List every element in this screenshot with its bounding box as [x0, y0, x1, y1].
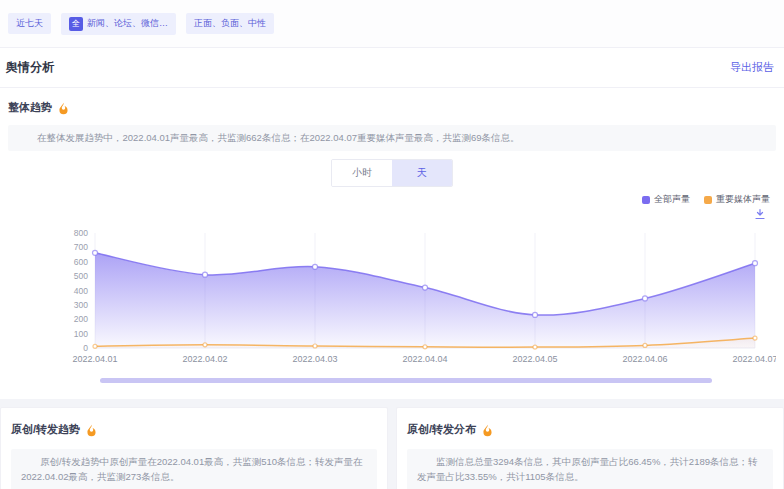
svg-text:2022.04.01: 2022.04.01: [72, 354, 117, 364]
legend-dot-total: [642, 196, 650, 204]
original-repost-trend-summary: 原创/转发趋势中原创声量在2022.04.01最高，共监测510条信息；转发声量…: [11, 449, 377, 489]
original-repost-trend-card: 原创/转发趋势 原创/转发趋势中原创声量在2022.04.01最高，共监测510…: [0, 407, 388, 489]
filter-chip-sentiment[interactable]: 正面、负面、中性: [186, 13, 274, 34]
trend-area-chart[interactable]: 01002003004005006007008002022.04.012022.…: [8, 220, 776, 370]
filter-time-label: 近七天: [16, 17, 43, 30]
hot-flame-icon: [481, 423, 494, 436]
original-repost-dist-summary: 监测信息总量3294条信息，其中原创声量占比66.45%，共计2189条信息；转…: [407, 449, 773, 489]
overall-summary: 在整体发展趋势中，2022.04.01声量最高，共监测662条信息；在2022.…: [8, 125, 776, 151]
svg-text:700: 700: [74, 243, 88, 253]
filter-chip-time[interactable]: 近七天: [8, 13, 51, 34]
svg-text:100: 100: [74, 329, 88, 339]
svg-text:800: 800: [74, 228, 88, 238]
toggle-day-button[interactable]: 天: [392, 160, 452, 186]
svg-text:200: 200: [74, 315, 88, 325]
original-repost-dist-title: 原创/转发分布: [407, 422, 476, 437]
svg-text:2022.04.06: 2022.04.06: [622, 354, 667, 364]
legend-label-total: 全部声量: [654, 193, 690, 206]
export-report-button[interactable]: 导出报告: [730, 60, 774, 75]
hot-flame-icon: [85, 423, 98, 436]
chart-legend: 全部声量 重要媒体声量: [8, 193, 776, 206]
filter-source-label: 新闻、论坛、微信…: [87, 17, 168, 30]
page-header: 舆情分析 导出报告: [0, 48, 784, 88]
page-title: 舆情分析: [6, 59, 54, 76]
original-repost-trend-title: 原创/转发趋势: [11, 422, 80, 437]
svg-text:500: 500: [74, 271, 88, 281]
svg-text:2022.04.04: 2022.04.04: [402, 354, 447, 364]
filter-sentiment-label: 正面、负面、中性: [194, 17, 266, 30]
svg-text:0: 0: [83, 343, 88, 353]
datazoom-slider[interactable]: [100, 378, 712, 383]
svg-text:2022.04.05: 2022.04.05: [512, 354, 557, 364]
granularity-toggle: 小时 天: [331, 159, 453, 187]
svg-text:600: 600: [74, 257, 88, 267]
source-all-icon: 全: [69, 17, 83, 31]
svg-text:400: 400: [74, 286, 88, 296]
overall-trend-title: 整体趋势: [8, 100, 52, 115]
filter-bar: 近七天 全 新闻、论坛、微信… 正面、负面、中性: [0, 0, 784, 48]
legend-label-media: 重要媒体声量: [716, 193, 770, 206]
bottom-section: 原创/转发趋势 原创/转发趋势中原创声量在2022.04.01最高，共监测510…: [0, 399, 784, 489]
svg-text:2022.04.03: 2022.04.03: [292, 354, 337, 364]
svg-text:2022.04.02: 2022.04.02: [182, 354, 227, 364]
hot-flame-icon: [57, 101, 70, 114]
filter-chip-source[interactable]: 全 新闻、论坛、微信…: [61, 13, 176, 35]
original-repost-dist-card: 原创/转发分布 监测信息总量3294条信息，其中原创声量占比66.45%，共计2…: [396, 407, 784, 489]
download-chart-icon[interactable]: [754, 206, 766, 218]
svg-text:300: 300: [74, 300, 88, 310]
legend-item-total[interactable]: 全部声量: [642, 193, 690, 206]
svg-text:2022.04.07: 2022.04.07: [732, 354, 776, 364]
toggle-hour-button[interactable]: 小时: [332, 160, 392, 186]
legend-dot-media: [704, 196, 712, 204]
legend-item-media[interactable]: 重要媒体声量: [704, 193, 770, 206]
overall-trend-card: 整体趋势 在整体发展趋势中，2022.04.01声量最高，共监测662条信息；在…: [0, 88, 784, 399]
